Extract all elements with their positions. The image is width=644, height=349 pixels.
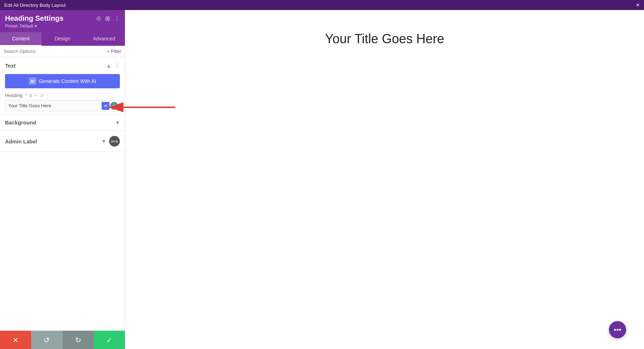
tab-content[interactable]: Content xyxy=(0,32,42,46)
ai-button-icon: AI xyxy=(29,78,36,85)
heading-input-icons: AI ⇌ xyxy=(100,102,119,110)
admin-chevron-down-icon: ▼ xyxy=(101,138,106,144)
ai-button-label: Generate Content With AI xyxy=(39,78,96,84)
heading-input[interactable] xyxy=(5,100,100,111)
main-content: Your Title Goes Here xyxy=(125,10,644,349)
heading-copy-icon[interactable]: ⧉ xyxy=(29,93,32,98)
top-bar: Edit All Directory Body Layout × xyxy=(0,0,644,10)
main-title: Your Title Goes Here xyxy=(325,31,444,46)
heading-field-label: Heading xyxy=(5,93,22,98)
background-section-header[interactable]: Background ▼ xyxy=(0,114,125,131)
filter-button[interactable]: + Filter xyxy=(107,49,121,54)
background-section: Background ▼ xyxy=(0,114,125,131)
heading-undo-icon[interactable]: ↺ xyxy=(40,93,44,98)
settings-icon[interactable]: ⊙ xyxy=(96,15,101,22)
admin-label-title: Admin Label xyxy=(5,138,37,144)
heading-row: Heading ? ⧉ ↖ ↺ ⋮ AI ⇌ xyxy=(0,93,125,114)
text-section-more-icon[interactable]: ⋮ xyxy=(114,62,120,69)
admin-label-section: Admin Label ▼ ⟺ xyxy=(0,131,125,152)
sidebar: Heading Settings ⊙ ⊞ ⋮ Preset: Default ▾… xyxy=(0,10,125,349)
sidebar-bottom-bar: ✕ ↺ ↻ ✓ xyxy=(0,330,125,349)
save-button[interactable]: ✓ xyxy=(94,331,125,349)
close-button[interactable]: × xyxy=(636,2,640,8)
tab-advanced[interactable]: Advanced xyxy=(83,32,125,46)
text-section-controls: ▲ ⋮ xyxy=(106,62,120,69)
fab-button[interactable]: ••• xyxy=(609,321,626,338)
search-input[interactable] xyxy=(4,49,105,54)
heading-help-icon[interactable]: ? xyxy=(24,93,27,98)
ai-generate-button[interactable]: AI Generate Content With AI xyxy=(5,74,120,88)
preset-selector[interactable]: Preset: Default ▾ xyxy=(5,24,120,29)
heading-sync-icon[interactable]: ⇌ xyxy=(110,102,118,110)
fab-icon: ••• xyxy=(614,326,621,334)
heading-more-icon[interactable]: ⋮ xyxy=(46,93,50,98)
heading-input-row: AI ⇌ xyxy=(5,100,120,111)
redo-button[interactable]: ↻ xyxy=(63,331,94,349)
sidebar-header-row: Heading Settings ⊙ ⊞ ⋮ xyxy=(5,14,120,23)
sidebar-content: Text ▲ ⋮ AI Generate Content With AI Hea… xyxy=(0,57,125,330)
sidebar-tabs: Content Design Advanced xyxy=(0,32,125,46)
cancel-button[interactable]: ✕ xyxy=(0,331,31,349)
sidebar-header-icons: ⊙ ⊞ ⋮ xyxy=(96,15,120,22)
more-icon[interactable]: ⋮ xyxy=(114,15,120,22)
heading-label-row: Heading ? ⧉ ↖ ↺ ⋮ xyxy=(5,93,120,98)
undo-button[interactable]: ↺ xyxy=(31,331,62,349)
background-section-title: Background xyxy=(5,119,36,126)
chevron-down-icon: ▼ xyxy=(115,120,120,126)
chevron-up-icon: ▲ xyxy=(106,63,111,69)
text-section-header[interactable]: Text ▲ ⋮ xyxy=(0,57,125,73)
heading-cursor-icon[interactable]: ↖ xyxy=(34,93,38,98)
text-section: Text ▲ ⋮ AI Generate Content With AI Hea… xyxy=(0,57,125,114)
text-section-title: Text xyxy=(5,63,16,69)
admin-label-section-header[interactable]: Admin Label ▼ ⟺ xyxy=(0,131,125,152)
admin-expand-button[interactable]: ⟺ xyxy=(109,136,120,147)
admin-label-controls: ▼ ⟺ xyxy=(101,136,120,147)
heading-ai-icon[interactable]: AI xyxy=(102,102,109,110)
top-bar-title: Edit All Directory Body Layout xyxy=(4,3,65,8)
grid-icon[interactable]: ⊞ xyxy=(105,15,110,22)
sidebar-title: Heading Settings xyxy=(5,14,63,23)
sidebar-header: Heading Settings ⊙ ⊞ ⋮ Preset: Default ▾ xyxy=(0,10,125,32)
search-bar: + Filter xyxy=(0,46,125,57)
tab-design[interactable]: Design xyxy=(42,32,83,46)
